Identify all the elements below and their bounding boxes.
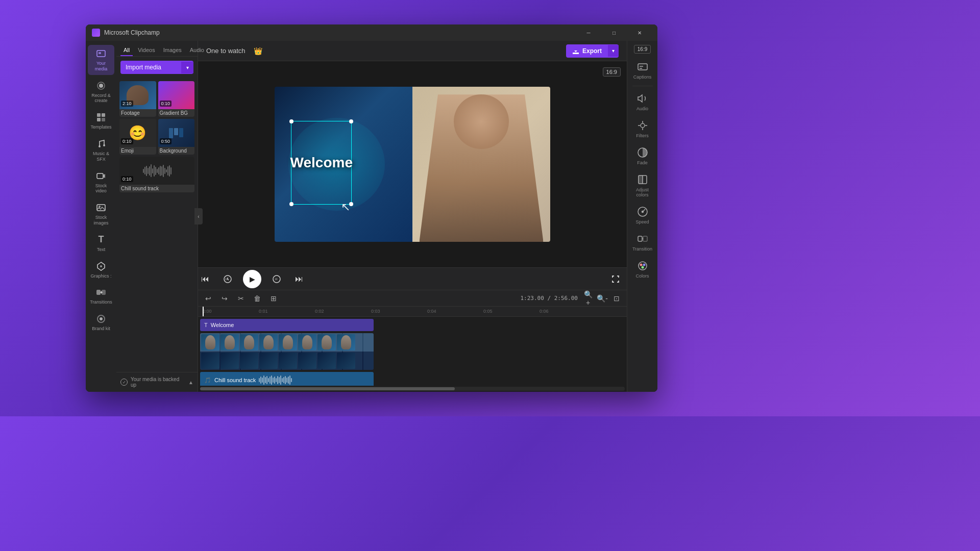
timeline-toolbar: ↩ ↪ ✂ 🗑 ⊞ 1:23.00 / 2:56.00 🔍+ 🔍- ⊡ xyxy=(198,290,627,307)
right-tool-fade[interactable]: Fade xyxy=(629,143,656,168)
sidebar-item-brand-kit[interactable]: Brand kit xyxy=(88,310,114,335)
right-tool-speed[interactable]: Speed xyxy=(629,203,656,228)
sidebar-item-templates[interactable]: Templates xyxy=(88,109,114,133)
background-name: Background xyxy=(158,147,195,155)
video-track-row xyxy=(200,333,625,370)
ruler-mark-1: 0:01 xyxy=(259,309,268,314)
timeline-scrollbar-thumb[interactable] xyxy=(200,387,455,390)
redo-button[interactable]: ↪ xyxy=(218,292,231,305)
right-tool-transition[interactable]: Transition xyxy=(629,230,656,255)
svg-rect-6 xyxy=(97,118,101,121)
media-item-background[interactable]: 0:50 Background xyxy=(158,119,195,155)
record-icon xyxy=(95,80,107,91)
export-dropdown-arrow[interactable]: ▾ xyxy=(608,45,619,57)
tab-videos[interactable]: Videos xyxy=(135,45,158,56)
app-logo xyxy=(92,29,100,37)
handle-top-right[interactable] xyxy=(349,119,353,123)
media-grid: 2:10 Footage 0:10 Gradient BG 😊 0:10 Emo… xyxy=(116,78,198,195)
audio-track-label: Chill sound track xyxy=(214,377,256,383)
text-track[interactable]: T Welcome xyxy=(200,319,374,331)
close-button[interactable]: ✕ xyxy=(628,24,651,41)
sidebar-item-text[interactable]: T Text xyxy=(88,231,114,256)
minimize-button[interactable]: ─ xyxy=(577,24,600,41)
timeline-tracks: T Welcome xyxy=(198,317,627,386)
media-item-audio[interactable]: 0:10 Chill sound track xyxy=(119,157,194,192)
audio-track[interactable]: 🎵 Chill sound track xyxy=(200,372,374,386)
tab-audio[interactable]: Audio xyxy=(187,45,207,56)
sidebar-item-music[interactable]: Music & SFX xyxy=(88,135,114,165)
rewind-10-button[interactable]: 10 xyxy=(220,272,235,286)
right-tool-audio[interactable]: Audio xyxy=(629,89,656,114)
handle-bottom-left[interactable] xyxy=(289,202,293,206)
playhead[interactable] xyxy=(203,307,204,316)
video-track[interactable] xyxy=(200,333,374,370)
timeline-time-display: 1:23.00 / 2:56.00 xyxy=(520,295,578,302)
center-area: One to watch 👑 Export ▾ 16:9 xyxy=(198,41,627,392)
import-media-button[interactable]: Import media ▾ xyxy=(120,61,193,74)
sidebar-item-stock-images[interactable]: Stock images xyxy=(88,199,114,229)
ruler-mark-5: 0:05 xyxy=(483,309,493,314)
lower-frame-4 xyxy=(259,353,278,369)
play-button[interactable]: ▶ xyxy=(243,270,261,288)
transition-tool-label: Transition xyxy=(632,246,652,252)
sidebar-item-your-media[interactable]: Your media xyxy=(88,45,114,75)
maximize-button[interactable]: □ xyxy=(602,24,626,41)
tab-all[interactable]: All xyxy=(120,45,133,56)
skip-to-end-button[interactable]: ⏭ xyxy=(292,272,306,286)
preview-left-panel: Welcome ↖ xyxy=(275,87,412,242)
undo-button[interactable]: ↩ xyxy=(202,292,214,305)
media-item-footage[interactable]: 2:10 Footage xyxy=(119,81,156,117)
welcome-text-selection[interactable]: Welcome xyxy=(291,121,352,205)
crown-icon: 👑 xyxy=(254,47,262,55)
handle-top-left[interactable] xyxy=(289,119,293,123)
video-frame-1 xyxy=(201,334,219,350)
person-head xyxy=(454,94,509,148)
stock-video-icon xyxy=(95,170,107,182)
backup-chevron-icon[interactable]: ▲ xyxy=(188,380,193,385)
svg-text:10: 10 xyxy=(275,278,278,281)
text-track-label: Welcome xyxy=(211,322,234,328)
sidebar-item-graphics[interactable]: Graphics : xyxy=(88,258,114,282)
ruler-mark-6: 0:06 xyxy=(540,309,549,314)
captions-icon xyxy=(636,61,649,73)
right-tool-colors[interactable]: Colors xyxy=(629,257,656,282)
audio-name: Chill sound track xyxy=(119,185,194,192)
media-item-emoji[interactable]: 😊 0:10 Emoji xyxy=(119,119,156,155)
zoom-in-button[interactable]: 🔍+ xyxy=(582,292,594,305)
sidebar-item-label-music: Music & SFX xyxy=(90,151,112,162)
sidebar-item-stock-video[interactable]: Stock video xyxy=(88,167,114,197)
text-track-row: T Welcome xyxy=(200,319,625,331)
sidebar-item-transitions[interactable]: Transitions xyxy=(88,284,114,308)
right-tool-captions[interactable]: Captions xyxy=(629,58,656,83)
captions-label: Captions xyxy=(633,74,652,80)
detach-button[interactable]: ⊞ xyxy=(267,292,280,305)
backup-status: ✓ Your media is backed up ▲ xyxy=(116,372,198,392)
svg-rect-1 xyxy=(99,52,101,54)
timeline-scrollbar[interactable] xyxy=(200,387,625,391)
window-controls: ─ □ ✕ xyxy=(577,24,651,41)
svg-point-8 xyxy=(99,145,101,147)
zoom-out-button[interactable]: 🔍- xyxy=(596,292,608,305)
right-tool-adjust-colors[interactable]: Adjust colors xyxy=(629,170,656,201)
export-button[interactable]: Export ▾ xyxy=(566,44,619,58)
right-tool-filters[interactable]: Filters xyxy=(629,116,656,141)
skip-to-start-button[interactable]: ⏮ xyxy=(198,272,212,286)
video-frame-8 xyxy=(337,334,355,350)
colors-icon xyxy=(636,260,649,272)
svg-rect-10 xyxy=(97,173,103,179)
preview-canvas: Welcome ↖ xyxy=(275,87,550,242)
one-to-watch-label: One to watch xyxy=(206,47,246,55)
tab-images[interactable]: Images xyxy=(160,45,185,56)
import-dropdown-arrow[interactable]: ▾ xyxy=(181,62,193,73)
forward-10-button[interactable]: 10 xyxy=(270,272,284,286)
collapse-panel-button[interactable]: ‹ xyxy=(194,208,203,224)
cut-button[interactable]: ✂ xyxy=(235,292,247,305)
fullscreen-button[interactable] xyxy=(608,272,623,286)
fit-timeline-button[interactable]: ⊡ xyxy=(610,292,623,305)
adjust-colors-icon xyxy=(636,173,649,186)
media-item-gradient-bg[interactable]: 0:10 Gradient BG xyxy=(158,81,195,117)
export-icon xyxy=(572,47,579,55)
delete-button[interactable]: 🗑 xyxy=(251,292,263,305)
music-icon xyxy=(95,138,107,149)
sidebar-item-record[interactable]: Record & create xyxy=(88,77,114,107)
